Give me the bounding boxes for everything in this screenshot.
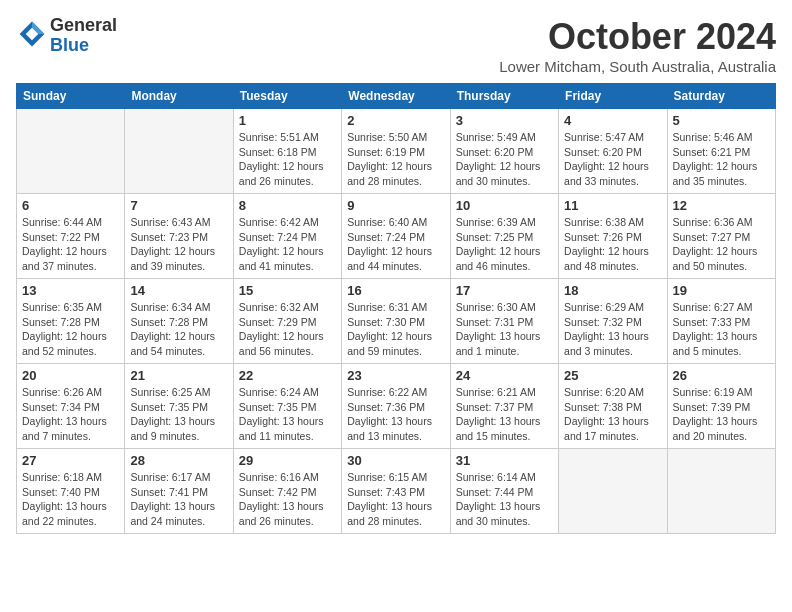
calendar-day-cell: 16Sunrise: 6:31 AM Sunset: 7:30 PM Dayli… <box>342 279 450 364</box>
day-number: 20 <box>22 368 119 383</box>
day-number: 21 <box>130 368 227 383</box>
day-info: Sunrise: 6:20 AM Sunset: 7:38 PM Dayligh… <box>564 385 661 444</box>
calendar-day-cell <box>559 449 667 534</box>
day-info: Sunrise: 6:24 AM Sunset: 7:35 PM Dayligh… <box>239 385 336 444</box>
day-info: Sunrise: 6:29 AM Sunset: 7:32 PM Dayligh… <box>564 300 661 359</box>
day-info: Sunrise: 6:15 AM Sunset: 7:43 PM Dayligh… <box>347 470 444 529</box>
day-info: Sunrise: 6:42 AM Sunset: 7:24 PM Dayligh… <box>239 215 336 274</box>
day-of-week-header: Saturday <box>667 84 775 109</box>
calendar-day-cell: 8Sunrise: 6:42 AM Sunset: 7:24 PM Daylig… <box>233 194 341 279</box>
day-number: 24 <box>456 368 553 383</box>
day-info: Sunrise: 6:44 AM Sunset: 7:22 PM Dayligh… <box>22 215 119 274</box>
calendar-day-cell: 11Sunrise: 6:38 AM Sunset: 7:26 PM Dayli… <box>559 194 667 279</box>
calendar-header-row: SundayMondayTuesdayWednesdayThursdayFrid… <box>17 84 776 109</box>
day-number: 28 <box>130 453 227 468</box>
calendar-day-cell: 3Sunrise: 5:49 AM Sunset: 6:20 PM Daylig… <box>450 109 558 194</box>
day-number: 30 <box>347 453 444 468</box>
day-info: Sunrise: 6:35 AM Sunset: 7:28 PM Dayligh… <box>22 300 119 359</box>
day-number: 15 <box>239 283 336 298</box>
day-number: 7 <box>130 198 227 213</box>
calendar-day-cell: 31Sunrise: 6:14 AM Sunset: 7:44 PM Dayli… <box>450 449 558 534</box>
day-number: 11 <box>564 198 661 213</box>
day-number: 9 <box>347 198 444 213</box>
day-number: 27 <box>22 453 119 468</box>
calendar-day-cell: 17Sunrise: 6:30 AM Sunset: 7:31 PM Dayli… <box>450 279 558 364</box>
day-number: 23 <box>347 368 444 383</box>
day-number: 6 <box>22 198 119 213</box>
logo-blue: Blue <box>50 35 89 55</box>
calendar-day-cell <box>125 109 233 194</box>
day-number: 26 <box>673 368 770 383</box>
day-of-week-header: Wednesday <box>342 84 450 109</box>
logo-text: General Blue <box>50 16 117 56</box>
day-number: 29 <box>239 453 336 468</box>
day-info: Sunrise: 6:18 AM Sunset: 7:40 PM Dayligh… <box>22 470 119 529</box>
day-number: 12 <box>673 198 770 213</box>
day-of-week-header: Friday <box>559 84 667 109</box>
calendar-day-cell: 13Sunrise: 6:35 AM Sunset: 7:28 PM Dayli… <box>17 279 125 364</box>
day-info: Sunrise: 6:14 AM Sunset: 7:44 PM Dayligh… <box>456 470 553 529</box>
calendar-day-cell: 28Sunrise: 6:17 AM Sunset: 7:41 PM Dayli… <box>125 449 233 534</box>
calendar-day-cell: 12Sunrise: 6:36 AM Sunset: 7:27 PM Dayli… <box>667 194 775 279</box>
day-number: 22 <box>239 368 336 383</box>
logo-icon <box>18 20 46 48</box>
calendar-day-cell: 23Sunrise: 6:22 AM Sunset: 7:36 PM Dayli… <box>342 364 450 449</box>
calendar-day-cell: 14Sunrise: 6:34 AM Sunset: 7:28 PM Dayli… <box>125 279 233 364</box>
calendar-day-cell: 20Sunrise: 6:26 AM Sunset: 7:34 PM Dayli… <box>17 364 125 449</box>
location-title: Lower Mitcham, South Australia, Australi… <box>499 58 776 75</box>
day-number: 5 <box>673 113 770 128</box>
day-info: Sunrise: 6:21 AM Sunset: 7:37 PM Dayligh… <box>456 385 553 444</box>
calendar-day-cell: 10Sunrise: 6:39 AM Sunset: 7:25 PM Dayli… <box>450 194 558 279</box>
day-info: Sunrise: 6:38 AM Sunset: 7:26 PM Dayligh… <box>564 215 661 274</box>
day-number: 16 <box>347 283 444 298</box>
month-title: October 2024 <box>499 16 776 58</box>
calendar-week-row: 20Sunrise: 6:26 AM Sunset: 7:34 PM Dayli… <box>17 364 776 449</box>
day-number: 19 <box>673 283 770 298</box>
calendar-day-cell: 30Sunrise: 6:15 AM Sunset: 7:43 PM Dayli… <box>342 449 450 534</box>
day-of-week-header: Thursday <box>450 84 558 109</box>
calendar-week-row: 27Sunrise: 6:18 AM Sunset: 7:40 PM Dayli… <box>17 449 776 534</box>
calendar-day-cell: 25Sunrise: 6:20 AM Sunset: 7:38 PM Dayli… <box>559 364 667 449</box>
day-info: Sunrise: 5:49 AM Sunset: 6:20 PM Dayligh… <box>456 130 553 189</box>
calendar-day-cell: 26Sunrise: 6:19 AM Sunset: 7:39 PM Dayli… <box>667 364 775 449</box>
day-number: 25 <box>564 368 661 383</box>
day-number: 31 <box>456 453 553 468</box>
day-info: Sunrise: 6:19 AM Sunset: 7:39 PM Dayligh… <box>673 385 770 444</box>
calendar-week-row: 1Sunrise: 5:51 AM Sunset: 6:18 PM Daylig… <box>17 109 776 194</box>
calendar-day-cell: 27Sunrise: 6:18 AM Sunset: 7:40 PM Dayli… <box>17 449 125 534</box>
day-of-week-header: Tuesday <box>233 84 341 109</box>
calendar-day-cell: 22Sunrise: 6:24 AM Sunset: 7:35 PM Dayli… <box>233 364 341 449</box>
page-header: General Blue October 2024 Lower Mitcham,… <box>16 16 776 75</box>
calendar-table: SundayMondayTuesdayWednesdayThursdayFrid… <box>16 83 776 534</box>
calendar-day-cell: 29Sunrise: 6:16 AM Sunset: 7:42 PM Dayli… <box>233 449 341 534</box>
day-info: Sunrise: 6:31 AM Sunset: 7:30 PM Dayligh… <box>347 300 444 359</box>
day-of-week-header: Monday <box>125 84 233 109</box>
day-number: 1 <box>239 113 336 128</box>
calendar-day-cell: 24Sunrise: 6:21 AM Sunset: 7:37 PM Dayli… <box>450 364 558 449</box>
logo: General Blue <box>16 16 117 56</box>
calendar-day-cell: 18Sunrise: 6:29 AM Sunset: 7:32 PM Dayli… <box>559 279 667 364</box>
day-info: Sunrise: 6:36 AM Sunset: 7:27 PM Dayligh… <box>673 215 770 274</box>
calendar-week-row: 6Sunrise: 6:44 AM Sunset: 7:22 PM Daylig… <box>17 194 776 279</box>
logo-general: General <box>50 15 117 35</box>
calendar-day-cell <box>667 449 775 534</box>
calendar-day-cell: 7Sunrise: 6:43 AM Sunset: 7:23 PM Daylig… <box>125 194 233 279</box>
day-info: Sunrise: 6:43 AM Sunset: 7:23 PM Dayligh… <box>130 215 227 274</box>
calendar-day-cell: 15Sunrise: 6:32 AM Sunset: 7:29 PM Dayli… <box>233 279 341 364</box>
calendar-day-cell: 6Sunrise: 6:44 AM Sunset: 7:22 PM Daylig… <box>17 194 125 279</box>
day-info: Sunrise: 5:51 AM Sunset: 6:18 PM Dayligh… <box>239 130 336 189</box>
day-info: Sunrise: 6:22 AM Sunset: 7:36 PM Dayligh… <box>347 385 444 444</box>
day-of-week-header: Sunday <box>17 84 125 109</box>
day-info: Sunrise: 5:47 AM Sunset: 6:20 PM Dayligh… <box>564 130 661 189</box>
day-info: Sunrise: 6:17 AM Sunset: 7:41 PM Dayligh… <box>130 470 227 529</box>
calendar-day-cell: 9Sunrise: 6:40 AM Sunset: 7:24 PM Daylig… <box>342 194 450 279</box>
day-number: 8 <box>239 198 336 213</box>
day-info: Sunrise: 6:39 AM Sunset: 7:25 PM Dayligh… <box>456 215 553 274</box>
day-info: Sunrise: 6:27 AM Sunset: 7:33 PM Dayligh… <box>673 300 770 359</box>
day-info: Sunrise: 6:40 AM Sunset: 7:24 PM Dayligh… <box>347 215 444 274</box>
title-block: October 2024 Lower Mitcham, South Austra… <box>499 16 776 75</box>
day-info: Sunrise: 6:30 AM Sunset: 7:31 PM Dayligh… <box>456 300 553 359</box>
calendar-day-cell <box>17 109 125 194</box>
calendar-day-cell: 2Sunrise: 5:50 AM Sunset: 6:19 PM Daylig… <box>342 109 450 194</box>
calendar-day-cell: 1Sunrise: 5:51 AM Sunset: 6:18 PM Daylig… <box>233 109 341 194</box>
